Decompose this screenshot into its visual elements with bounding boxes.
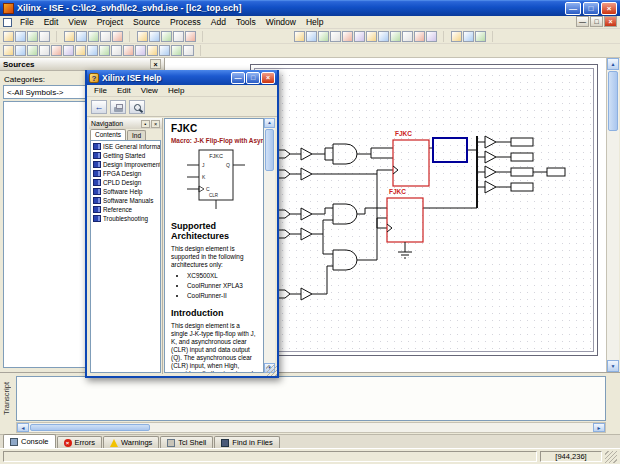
mdi-restore-button[interactable]: □ — [590, 16, 603, 27]
find-icon[interactable] — [75, 45, 86, 56]
properties-icon[interactable] — [51, 45, 62, 56]
help-tree-item[interactable]: Software Help — [91, 187, 160, 196]
add-bus-icon[interactable] — [318, 31, 329, 42]
help-close-button[interactable]: × — [261, 72, 275, 84]
scroll-thumb[interactable] — [30, 424, 150, 431]
help-tree-item[interactable]: Reference — [91, 205, 160, 214]
sources-close-icon[interactable]: × — [150, 59, 161, 69]
snap-to-grid-icon[interactable] — [27, 45, 38, 56]
toggle-grid-icon[interactable] — [39, 45, 50, 56]
menu-item[interactable]: Window — [261, 16, 301, 28]
console-view-icon[interactable] — [135, 45, 146, 56]
help-tree-item[interactable]: FPGA Design — [91, 169, 160, 178]
help-icon[interactable] — [475, 31, 486, 42]
menu-item[interactable]: Help — [301, 16, 328, 28]
tab-contents[interactable]: Contents — [90, 129, 126, 140]
minimize-button[interactable]: — — [565, 2, 581, 15]
tab-errors[interactable]: × Errors — [57, 436, 102, 448]
mirror-horizontal-icon[interactable] — [390, 31, 401, 42]
save-icon[interactable] — [27, 31, 38, 42]
transcript-panel-tab[interactable]: Transcript — [2, 382, 11, 415]
cut-icon[interactable] — [64, 31, 75, 42]
tcl-view-icon[interactable] — [171, 45, 182, 56]
scroll-up-icon[interactable]: ▲ — [607, 58, 619, 70]
add-bus-tap-icon[interactable] — [342, 31, 353, 42]
menu-item[interactable]: Add — [206, 16, 231, 28]
schematic-vertical-scrollbar[interactable]: ▲ ▼ — [606, 58, 619, 372]
warning-view-icon[interactable] — [159, 45, 170, 56]
print-icon[interactable] — [39, 31, 50, 42]
select-icon[interactable] — [294, 31, 305, 42]
help-tree-item[interactable]: Getting Started — [91, 151, 160, 160]
mdi-minimize-button[interactable]: — — [576, 16, 589, 27]
help-menu-item[interactable]: Edit — [112, 86, 136, 95]
resize-grip[interactable] — [605, 451, 617, 463]
tab-console[interactable]: Console — [3, 434, 56, 448]
symbol-info-icon[interactable] — [63, 45, 74, 56]
mdi-close-button[interactable]: × — [604, 16, 617, 27]
scroll-right-icon[interactable]: ► — [593, 423, 605, 432]
paste-icon[interactable] — [88, 31, 99, 42]
menu-item[interactable]: Source — [128, 16, 165, 28]
add-wire-icon[interactable] — [306, 31, 317, 42]
help-menu-item[interactable]: File — [89, 86, 112, 95]
scroll-thumb[interactable] — [608, 71, 618, 131]
help-resize-grip[interactable] — [266, 365, 277, 376]
menu-item[interactable]: View — [63, 16, 91, 28]
view-fit-icon[interactable] — [87, 45, 98, 56]
help-tree-item[interactable]: Software Manuals — [91, 196, 160, 205]
help-tree-item[interactable]: Troubleshooting — [91, 214, 160, 223]
find-files-view-icon[interactable] — [183, 45, 194, 56]
scroll-left-icon[interactable]: ◄ — [17, 423, 29, 432]
scroll-thumb[interactable] — [265, 129, 274, 171]
tab-tcl-shell[interactable]: Tcl Shell — [160, 436, 213, 448]
search-icon[interactable] — [129, 100, 145, 114]
run-icon[interactable] — [451, 31, 462, 42]
zoom-selection-icon[interactable] — [173, 31, 184, 42]
zoom-out-icon[interactable] — [149, 31, 160, 42]
hierarchy-push-icon[interactable] — [3, 45, 14, 56]
add-net-name-icon[interactable] — [330, 31, 341, 42]
console-horizontal-scrollbar[interactable]: ◄ ► — [16, 422, 606, 433]
menu-item[interactable]: Tools — [231, 16, 261, 28]
help-tree-item[interactable]: Design Improvement — [91, 160, 160, 169]
tab-warnings[interactable]: Warnings — [103, 436, 159, 448]
maximize-button[interactable]: □ — [583, 2, 599, 15]
pin-icon[interactable]: ▪ — [141, 120, 150, 128]
zoom-full-icon[interactable] — [161, 31, 172, 42]
zoom-in-icon[interactable] — [137, 31, 148, 42]
help-vertical-scrollbar[interactable]: ▲ ▼ — [264, 118, 275, 373]
scroll-down-icon[interactable]: ▼ — [607, 360, 619, 372]
help-tree-item[interactable]: CPLD Design — [91, 178, 160, 187]
error-view-icon[interactable] — [147, 45, 158, 56]
menu-item[interactable]: Project — [92, 16, 128, 28]
menu-item[interactable]: Process — [165, 16, 206, 28]
open-icon[interactable] — [15, 31, 26, 42]
options-icon[interactable] — [426, 31, 437, 42]
undo-icon[interactable] — [100, 31, 111, 42]
tab-find-in-files[interactable]: Find in Files — [214, 436, 279, 448]
add-symbol-icon[interactable] — [354, 31, 365, 42]
mirror-vertical-icon[interactable] — [402, 31, 413, 42]
close-button[interactable]: × — [601, 2, 617, 15]
stop-icon[interactable] — [463, 31, 474, 42]
menu-item[interactable]: Edit — [39, 16, 64, 28]
tab-index[interactable]: Ind — [127, 130, 146, 140]
scroll-up-icon[interactable]: ▲ — [264, 118, 275, 128]
help-menu-item[interactable]: Help — [163, 86, 189, 95]
rotate-icon[interactable] — [378, 31, 389, 42]
view-area-icon[interactable] — [99, 45, 110, 56]
refresh-icon[interactable] — [123, 45, 134, 56]
pan-icon[interactable] — [185, 31, 196, 42]
add-text-icon[interactable] — [366, 31, 377, 42]
back-icon[interactable] — [91, 100, 107, 114]
help-maximize-button[interactable]: □ — [246, 72, 260, 84]
help-menu-item[interactable]: View — [136, 86, 163, 95]
redo-icon[interactable] — [112, 31, 123, 42]
help-titlebar[interactable]: ? Xilinx ISE Help — □ × — [87, 70, 277, 85]
check-schematic-icon[interactable] — [414, 31, 425, 42]
help-tree-item[interactable]: ISE General Informa — [91, 142, 160, 151]
hierarchy-pop-icon[interactable] — [15, 45, 26, 56]
transcript-output[interactable] — [16, 376, 606, 421]
view-previous-icon[interactable] — [111, 45, 122, 56]
